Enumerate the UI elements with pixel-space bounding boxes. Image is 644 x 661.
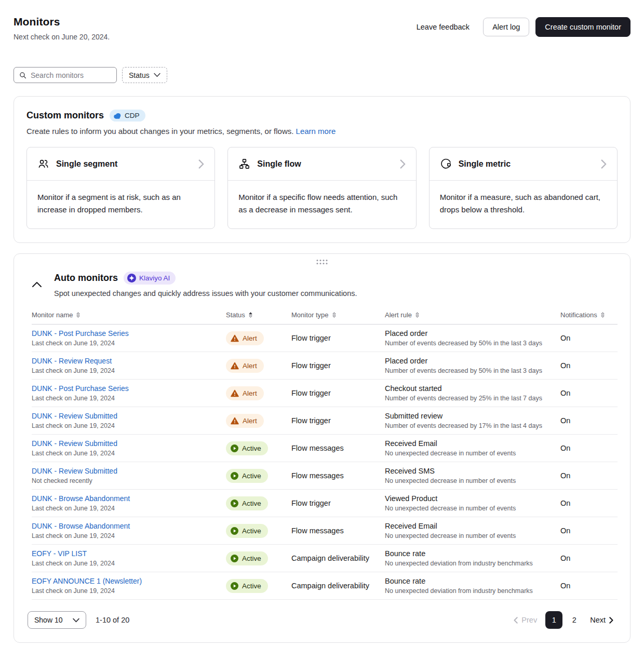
column-header-monitor-name[interactable]: Monitor name <box>32 311 226 319</box>
monitor-name-cell: EOFY ANNOUNCE 1 (Newsletter) Last check … <box>32 577 226 595</box>
page-2-button[interactable]: 2 <box>566 611 583 629</box>
last-check-text: Last check on June 19, 2024 <box>32 505 226 512</box>
prev-page-label: Prev <box>521 616 537 624</box>
monitor-name-link[interactable]: DUNK - Browse Abandonment <box>32 494 130 503</box>
auto-monitors-title-block: Auto monitors Klaviyo AI Spot unexpected… <box>54 272 357 298</box>
single-flow-card[interactable]: Single flow Monitor if a specific flow n… <box>227 147 416 229</box>
column-header-status[interactable]: Status <box>226 311 291 319</box>
monitor-name-link[interactable]: EOFY ANNOUNCE 1 (Newsletter) <box>32 577 142 585</box>
notifications-cell: On <box>560 334 618 342</box>
notifications-cell: On <box>560 527 618 535</box>
monitor-name-link[interactable]: DUNK - Post Purchase Series <box>32 329 129 338</box>
alert-rule-detail: Number of events decreased by 50% in the… <box>385 367 560 374</box>
monitor-name-link[interactable]: DUNK - Review Request <box>32 357 112 365</box>
play-circle-icon <box>231 500 238 507</box>
last-check-text: Last check on June 19, 2024 <box>32 340 226 347</box>
sort-icon <box>415 312 420 318</box>
monitor-name-link[interactable]: EOFY - VIP LIST <box>32 549 87 558</box>
monitors-page: Monitors Next check on June 20, 2024. Le… <box>0 0 644 653</box>
monitor-name-link[interactable]: DUNK - Post Purchase Series <box>32 384 129 393</box>
column-label: Alert rule <box>385 311 412 319</box>
monitor-name-cell: DUNK - Review Submitted Last check on Ju… <box>32 412 226 429</box>
create-custom-monitor-button[interactable]: Create custom monitor <box>535 17 630 37</box>
status-cell: Active <box>226 524 291 538</box>
notifications-cell: On <box>560 389 618 397</box>
alert-rule-detail: Number of events decreased by 17% in the… <box>385 422 560 429</box>
alert-log-button[interactable]: Alert log <box>483 18 529 36</box>
column-header-monitor-type[interactable]: Monitor type <box>291 311 385 319</box>
custom-monitors-title: Custom monitors <box>26 110 104 121</box>
column-header-notifications[interactable]: Notifications <box>560 311 618 319</box>
column-header-alert-rule[interactable]: Alert rule <box>385 311 560 319</box>
gauge-icon <box>440 158 452 170</box>
chevron-left-icon <box>514 617 518 624</box>
play-circle-icon <box>231 472 238 480</box>
monitor-name-link[interactable]: DUNK - Review Submitted <box>32 412 117 420</box>
monitor-type-cell: Flow trigger <box>291 499 385 507</box>
drag-handle-icon[interactable] <box>317 260 328 264</box>
leave-feedback-button[interactable]: Leave feedback <box>409 18 477 36</box>
status-filter-dropdown[interactable]: Status <box>122 67 167 83</box>
monitor-name-link[interactable]: DUNK - Review Submitted <box>32 467 117 475</box>
monitor-type-cell: Campaign deliverability <box>291 582 385 590</box>
play-circle-icon <box>231 582 238 590</box>
single-segment-title: Single segment <box>56 159 192 169</box>
chevron-right-icon <box>198 159 204 169</box>
last-check-text: Last check on June 19, 2024 <box>32 587 226 595</box>
auto-monitors-section: Auto monitors Klaviyo AI Spot unexpected… <box>14 253 630 643</box>
column-label: Monitor name <box>32 311 73 319</box>
monitor-type-cell: Flow trigger <box>291 361 385 370</box>
play-circle-icon <box>231 555 238 562</box>
search-monitors-input[interactable] <box>31 71 111 79</box>
single-flow-title: Single flow <box>257 159 393 169</box>
next-page-button[interactable]: Next <box>586 613 618 627</box>
collapse-section-button[interactable] <box>31 279 43 291</box>
notifications-cell: On <box>560 444 618 452</box>
last-check-text: Last check on June 19, 2024 <box>32 560 226 567</box>
status-badge: Alert <box>226 386 264 400</box>
table-row: EOFY ANNOUNCE 1 (Newsletter) Last check … <box>32 572 618 600</box>
last-check-text: Last check on June 19, 2024 <box>32 422 226 429</box>
table-body: DUNK - Post Purchase Series Last check o… <box>32 325 618 600</box>
alert-rule-detail: No unexpected decrease in number of even… <box>385 532 560 539</box>
notifications-cell: On <box>560 554 618 562</box>
single-flow-card-header: Single flow <box>228 147 415 181</box>
status-badge: Active <box>226 551 268 565</box>
custom-monitors-section: Custom monitors CDP Create rules to info… <box>14 96 630 243</box>
monitor-type-cell: Flow messages <box>291 527 385 535</box>
page-title-block: Monitors Next check on June 20, 2024. <box>14 16 110 41</box>
chevron-down-icon <box>154 73 160 77</box>
cloud-icon <box>113 113 122 119</box>
show-per-page-select[interactable]: Show 10 <box>28 611 86 629</box>
alert-rule-name: Received Email <box>385 439 560 448</box>
page-1-button[interactable]: 1 <box>545 611 562 629</box>
learn-more-link[interactable]: Learn more <box>296 127 336 136</box>
column-label: Status <box>226 311 245 319</box>
people-icon <box>37 158 49 170</box>
status-label: Active <box>242 444 261 452</box>
column-label: Notifications <box>560 311 597 319</box>
single-segment-card[interactable]: Single segment Monitor if a segment is a… <box>26 147 215 229</box>
last-check-text: Last check on June 19, 2024 <box>32 395 226 402</box>
alert-rule-cell: Submitted review Number of events decrea… <box>385 412 560 429</box>
pagination-bar: Show 10 1-10 of 20 Prev 1 2 Next <box>28 611 618 629</box>
status-label: Active <box>242 527 261 535</box>
alert-rule-name: Placed order <box>385 357 560 365</box>
monitor-name-link[interactable]: DUNK - Browse Abandonment <box>32 522 130 530</box>
search-monitors-box[interactable] <box>14 67 117 83</box>
alert-rule-name: Received Email <box>385 522 560 530</box>
status-badge: Active <box>226 496 268 510</box>
last-check-text: Last check on June 19, 2024 <box>32 532 226 539</box>
auto-monitors-title: Auto monitors <box>54 273 118 284</box>
notifications-cell: On <box>560 471 618 480</box>
status-cell: Active <box>226 496 291 510</box>
prev-page-button[interactable]: Prev <box>508 613 542 627</box>
single-metric-card[interactable]: Single metric Monitor if a measure, such… <box>429 147 618 229</box>
next-check-subtitle: Next check on June 20, 2024. <box>14 33 110 41</box>
header-actions: Leave feedback Alert log Create custom m… <box>409 16 630 37</box>
alert-rule-detail: No unexpected decrease in number of even… <box>385 477 560 484</box>
monitor-name-link[interactable]: DUNK - Review Submitted <box>32 439 117 448</box>
show-per-page-label: Show 10 <box>34 616 62 624</box>
monitor-type-cell: Campaign deliverability <box>291 554 385 562</box>
status-cell: Alert <box>226 386 291 400</box>
